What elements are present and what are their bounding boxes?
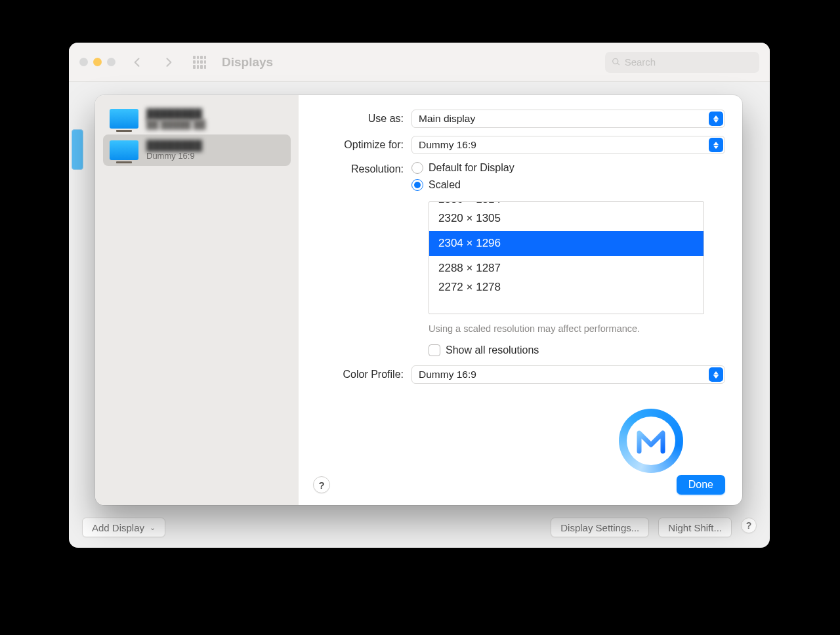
resolution-option[interactable]: 2288 × 1287	[429, 256, 704, 281]
m-letter-icon	[635, 425, 667, 457]
show-all-resolutions-checkbox[interactable]: Show all resolutions	[429, 344, 725, 356]
display-list-item[interactable]: ████████ ██ █████ ██	[103, 103, 291, 134]
minimize-window-button[interactable]	[93, 58, 102, 66]
night-shift-button[interactable]: Night Shift...	[658, 518, 732, 537]
display-icon	[110, 109, 138, 129]
app-overlay-badge[interactable]	[619, 409, 683, 473]
search-input[interactable]	[625, 56, 753, 68]
add-display-button[interactable]: Add Display ⌄	[82, 518, 165, 537]
night-shift-label: Night Shift...	[668, 522, 722, 533]
color-profile-value: Dummy 16:9	[419, 369, 476, 380]
resolution-hint: Using a scaled resolution may affect per…	[429, 323, 725, 334]
show-all-resolutions-label: Show all resolutions	[446, 344, 539, 356]
window-title: Displays	[222, 55, 273, 70]
use-as-label: Use as:	[313, 113, 411, 125]
resolution-default-label: Default for Display	[429, 162, 514, 174]
chevron-right-icon	[162, 56, 175, 69]
use-as-select[interactable]: Main display	[411, 110, 725, 128]
resolution-option-selected[interactable]: 2304 × 1296	[429, 231, 704, 256]
search-field-container	[605, 52, 759, 73]
resolution-scaled-label: Scaled	[429, 179, 461, 191]
window-traffic-lights	[79, 58, 116, 66]
display-name: ████████	[146, 140, 202, 151]
resolution-label: Resolution:	[313, 162, 411, 175]
display-list-sidebar: ████████ ██ █████ ██ ████████ Dummy 16:9	[95, 95, 299, 505]
checkbox-icon	[429, 344, 440, 356]
chevron-left-icon	[131, 56, 144, 69]
search-icon	[612, 57, 621, 67]
select-stepper-icon	[709, 138, 723, 152]
arrangement-display-chip[interactable]	[72, 129, 83, 170]
radio-icon	[411, 162, 423, 174]
zoom-window-button[interactable]	[107, 58, 116, 66]
parent-footer: Add Display ⌄ Display Settings... Night …	[69, 507, 770, 548]
window-titlebar: Displays	[69, 43, 770, 82]
show-all-preferences-button[interactable]	[193, 56, 206, 69]
badge-ring-icon	[619, 409, 683, 473]
resolution-scaled-radio[interactable]: Scaled	[411, 179, 725, 191]
parent-help-button[interactable]: ?	[741, 518, 757, 533]
chevron-down-icon: ⌄	[150, 523, 156, 532]
select-stepper-icon	[709, 112, 723, 126]
display-name: ████████	[146, 108, 205, 119]
display-settings-form: Use as: Main display Optimize for: Dummy…	[299, 95, 742, 505]
resolution-option[interactable]: 2320 × 1305	[429, 206, 704, 231]
optimize-for-value: Dummy 16:9	[419, 139, 476, 151]
back-button[interactable]	[127, 52, 147, 72]
resolution-default-radio[interactable]: Default for Display	[411, 162, 725, 174]
color-profile-label: Color Profile:	[313, 369, 411, 380]
close-window-button[interactable]	[79, 58, 88, 66]
display-subtitle: Dummy 16:9	[146, 151, 202, 161]
done-button[interactable]: Done	[677, 475, 725, 495]
system-preferences-window: Displays Add Display ⌄ Display Settings.…	[69, 43, 770, 548]
resolution-option[interactable]: 2336 × 1314	[429, 201, 704, 206]
display-list-item[interactable]: ████████ Dummy 16:9	[103, 134, 291, 166]
display-settings-label: Display Settings...	[560, 522, 639, 533]
optimize-for-select[interactable]: Dummy 16:9	[411, 136, 725, 154]
add-display-label: Add Display	[92, 522, 144, 533]
resolution-option[interactable]: 2272 × 1278	[429, 281, 704, 295]
sheet-help-button[interactable]: ?	[313, 476, 330, 493]
use-as-value: Main display	[419, 113, 475, 125]
display-settings-sheet: ████████ ██ █████ ██ ████████ Dummy 16:9…	[95, 95, 742, 505]
radio-icon	[411, 179, 423, 191]
display-icon	[110, 140, 138, 160]
display-subtitle: ██ █████ ██	[146, 119, 205, 129]
color-profile-select[interactable]: Dummy 16:9	[411, 365, 725, 384]
resolution-list[interactable]: 2336 × 1314 2320 × 1305 2304 × 1296 2288…	[429, 201, 704, 314]
select-stepper-icon	[709, 367, 723, 382]
optimize-for-label: Optimize for:	[313, 139, 411, 151]
forward-button[interactable]	[159, 52, 178, 72]
display-settings-button[interactable]: Display Settings...	[551, 518, 649, 537]
